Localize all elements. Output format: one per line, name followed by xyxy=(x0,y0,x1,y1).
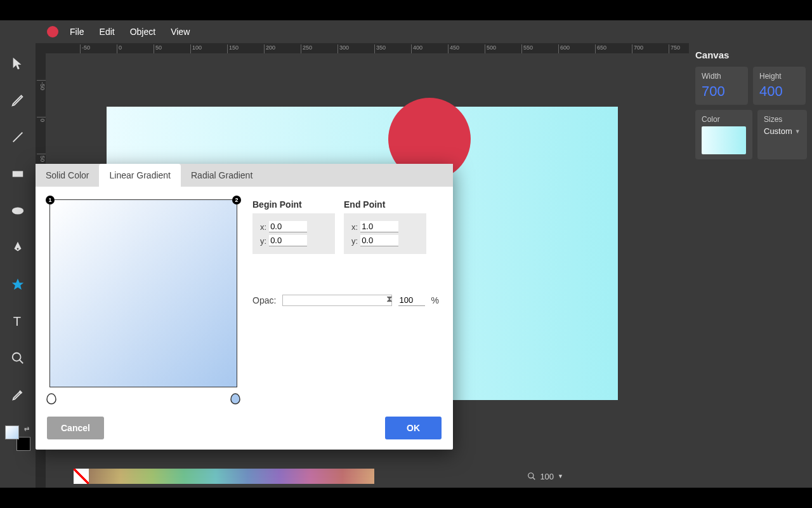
begin-x-label: x: xyxy=(260,222,266,232)
ruler-tick: 450 xyxy=(448,44,459,53)
opacity-slider-thumb-icon[interactable]: ⧗ xyxy=(386,293,393,304)
no-color-swatch-icon[interactable] xyxy=(74,469,89,484)
color-box[interactable]: Color xyxy=(695,110,752,159)
ruler-tick: 50 xyxy=(154,44,162,53)
bottom-bar: 100 ▼ xyxy=(71,465,566,488)
eyedropper-tool-icon[interactable] xyxy=(9,386,27,404)
tab-radial-gradient[interactable]: Radial Gradient xyxy=(181,164,263,187)
height-box[interactable]: Height 400 xyxy=(753,67,806,105)
pen-tool-icon[interactable] xyxy=(9,239,27,257)
ruler-tick: -50 xyxy=(37,80,46,90)
pointer-tool-icon[interactable] xyxy=(9,55,27,72)
dialog-footer: Cancel OK xyxy=(36,413,453,450)
color-swap[interactable]: ⇄ xyxy=(5,425,30,451)
gradient-dialog: Solid Color Linear Gradient Radial Gradi… xyxy=(36,164,453,450)
gradient-controls: Begin Point x: y: End Point xyxy=(252,199,439,406)
gradient-preview: 1 2 xyxy=(49,199,237,406)
rectangle-tool-icon[interactable] xyxy=(9,165,27,183)
opacity-unit: % xyxy=(431,295,439,305)
ruler-tick: 50 xyxy=(37,154,46,162)
begin-x-input[interactable] xyxy=(269,221,307,232)
ruler-tick: 600 xyxy=(558,44,570,53)
ruler-tick: 0 xyxy=(117,44,122,53)
left-toolbar: T ⇄ xyxy=(0,43,36,488)
ruler-tick: -50 xyxy=(80,44,90,53)
gradient-stop-left[interactable] xyxy=(46,392,57,405)
sizes-value: Custom xyxy=(764,126,792,136)
tab-linear-gradient[interactable]: Linear Gradient xyxy=(99,164,181,187)
ruler-tick: 400 xyxy=(411,44,422,53)
begin-point-box: Begin Point x: y: xyxy=(252,199,335,254)
height-value: 400 xyxy=(759,83,799,100)
end-x-input[interactable] xyxy=(360,221,398,232)
canvas-color-swatch[interactable] xyxy=(702,126,746,154)
zoom-icon xyxy=(527,472,536,481)
sizes-label: Sizes xyxy=(764,115,801,124)
end-point-box: End Point x: y: xyxy=(344,199,426,254)
color-palette[interactable] xyxy=(74,469,374,484)
chevron-down-icon[interactable]: ▼ xyxy=(795,128,801,135)
ruler-tick: 750 xyxy=(669,44,680,53)
svg-point-3 xyxy=(17,248,19,250)
ruler-tick: 150 xyxy=(227,44,239,53)
ok-button[interactable]: OK xyxy=(385,417,442,439)
text-tool-icon[interactable]: T xyxy=(9,312,27,330)
opacity-input[interactable] xyxy=(398,295,425,306)
zoom-tool-icon[interactable] xyxy=(9,349,27,367)
ruler-tick: 250 xyxy=(301,44,312,53)
menu-edit[interactable]: Edit xyxy=(100,27,115,37)
ruler-tick: 200 xyxy=(264,44,275,53)
pencil-tool-icon[interactable] xyxy=(9,91,27,109)
begin-y-label: y: xyxy=(260,236,266,246)
gradient-preview-box[interactable]: 1 2 xyxy=(49,199,237,387)
end-point-title: End Point xyxy=(344,199,426,210)
zoom-indicator[interactable]: 100 ▼ xyxy=(527,472,563,481)
svg-point-2 xyxy=(12,208,23,215)
end-y-label: y: xyxy=(351,236,358,246)
svg-text:T: T xyxy=(13,314,21,328)
svg-line-0 xyxy=(13,133,23,142)
right-panel: Canvas Width 700 Height 400 Color Sizes xyxy=(689,43,812,488)
line-tool-icon[interactable] xyxy=(9,128,27,146)
ruler-tick: 350 xyxy=(374,44,386,53)
menu-object[interactable]: Object xyxy=(130,27,155,37)
width-box[interactable]: Width 700 xyxy=(695,67,748,105)
swap-colors-icon[interactable]: ⇄ xyxy=(24,425,29,432)
app-logo-icon xyxy=(47,26,58,37)
menu-file[interactable]: File xyxy=(70,27,84,37)
end-y-input[interactable] xyxy=(360,235,398,246)
gradient-handle-2[interactable]: 2 xyxy=(232,196,241,204)
begin-y-input[interactable] xyxy=(269,235,307,246)
svg-point-7 xyxy=(528,473,534,478)
zoom-value: 100 xyxy=(540,472,554,481)
ruler-corner xyxy=(36,43,46,53)
gradient-stop-slider[interactable] xyxy=(49,391,237,406)
end-x-label: x: xyxy=(351,222,358,232)
gradient-stop-right[interactable] xyxy=(230,392,241,405)
cancel-button[interactable]: Cancel xyxy=(47,417,104,439)
ruler-tick: 100 xyxy=(190,44,202,53)
gradient-handle-1[interactable]: 1 xyxy=(46,196,55,204)
star-tool-icon[interactable] xyxy=(9,276,27,293)
svg-line-8 xyxy=(533,478,535,480)
palette-strip[interactable] xyxy=(89,469,374,484)
ellipse-tool-icon[interactable] xyxy=(9,202,27,220)
menu-view[interactable]: View xyxy=(171,27,190,37)
opacity-label: Opac: xyxy=(252,295,276,305)
opacity-slider[interactable]: ⧗ xyxy=(282,295,391,306)
menubar: File Edit Object View xyxy=(0,20,812,43)
ruler-tick: 550 xyxy=(521,44,533,53)
height-label: Height xyxy=(759,72,799,81)
dialog-tabs: Solid Color Linear Gradient Radial Gradi… xyxy=(36,164,453,187)
horizontal-ruler[interactable]: -50 0 50 100 150 200 250 300 350 400 450… xyxy=(46,43,689,53)
foreground-color-swatch[interactable] xyxy=(5,425,19,439)
svg-point-5 xyxy=(13,353,21,361)
ruler-tick: 500 xyxy=(485,44,496,53)
ruler-tick: 300 xyxy=(337,44,349,53)
ruler-tick: 700 xyxy=(632,44,643,53)
chevron-down-icon[interactable]: ▼ xyxy=(558,473,563,479)
svg-rect-1 xyxy=(13,171,23,177)
tab-solid-color[interactable]: Solid Color xyxy=(36,164,99,187)
sizes-box[interactable]: Sizes Custom ▼ xyxy=(757,110,807,159)
canvas-panel-title: Canvas xyxy=(695,50,806,60)
